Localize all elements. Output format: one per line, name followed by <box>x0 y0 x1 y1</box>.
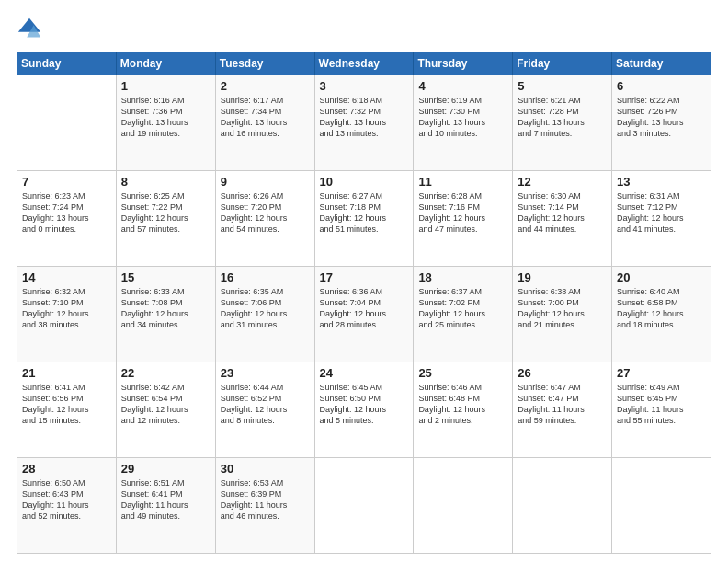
week-row-5: 28Sunrise: 6:50 AM Sunset: 6:43 PM Dayli… <box>17 458 711 554</box>
day-info: Sunrise: 6:23 AM Sunset: 7:24 PM Dayligh… <box>22 190 111 236</box>
calendar-cell: 30Sunrise: 6:53 AM Sunset: 6:39 PM Dayli… <box>215 458 314 554</box>
calendar-cell <box>314 458 414 554</box>
week-row-3: 14Sunrise: 6:32 AM Sunset: 7:10 PM Dayli… <box>17 267 711 362</box>
day-header-thursday: Thursday <box>414 52 513 75</box>
calendar-cell <box>414 458 513 554</box>
calendar-cell <box>612 458 711 554</box>
day-info: Sunrise: 6:19 AM Sunset: 7:30 PM Dayligh… <box>418 95 507 140</box>
calendar-cell: 10Sunrise: 6:27 AM Sunset: 7:18 PM Dayli… <box>314 171 414 267</box>
day-info: Sunrise: 6:30 AM Sunset: 7:14 PM Dayligh… <box>518 190 607 236</box>
day-header-monday: Monday <box>116 52 215 75</box>
day-number: 10 <box>320 175 409 189</box>
calendar-cell: 28Sunrise: 6:50 AM Sunset: 6:43 PM Dayli… <box>17 458 117 554</box>
day-number: 27 <box>617 366 706 380</box>
day-info: Sunrise: 6:51 AM Sunset: 6:41 PM Dayligh… <box>121 477 210 523</box>
days-of-week-row: SundayMondayTuesdayWednesdayThursdayFrid… <box>17 52 711 75</box>
day-number: 24 <box>320 366 409 380</box>
day-info: Sunrise: 6:21 AM Sunset: 7:28 PM Dayligh… <box>518 95 607 140</box>
week-row-2: 7Sunrise: 6:23 AM Sunset: 7:24 PM Daylig… <box>17 171 711 267</box>
day-info: Sunrise: 6:35 AM Sunset: 7:06 PM Dayligh… <box>221 286 310 331</box>
day-number: 13 <box>617 175 706 189</box>
calendar-cell: 26Sunrise: 6:47 AM Sunset: 6:47 PM Dayli… <box>513 362 612 458</box>
day-info: Sunrise: 6:31 AM Sunset: 7:12 PM Dayligh… <box>617 190 706 236</box>
calendar-cell: 27Sunrise: 6:49 AM Sunset: 6:45 PM Dayli… <box>612 362 711 458</box>
day-number: 18 <box>418 270 507 284</box>
day-number: 2 <box>221 79 310 93</box>
svg-marker-0 <box>18 18 40 32</box>
calendar-cell: 11Sunrise: 6:28 AM Sunset: 7:16 PM Dayli… <box>414 171 513 267</box>
day-number: 1 <box>121 79 210 93</box>
calendar-cell: 20Sunrise: 6:40 AM Sunset: 6:58 PM Dayli… <box>612 267 711 362</box>
day-header-tuesday: Tuesday <box>215 52 314 75</box>
day-number: 9 <box>221 175 310 189</box>
calendar-cell: 29Sunrise: 6:51 AM Sunset: 6:41 PM Dayli… <box>116 458 215 554</box>
day-number: 26 <box>518 366 607 380</box>
calendar-body: 1Sunrise: 6:16 AM Sunset: 7:36 PM Daylig… <box>17 75 711 554</box>
calendar-cell: 6Sunrise: 6:22 AM Sunset: 7:26 PM Daylig… <box>612 75 711 171</box>
calendar-cell: 17Sunrise: 6:36 AM Sunset: 7:04 PM Dayli… <box>314 267 414 362</box>
day-header-sunday: Sunday <box>17 52 117 75</box>
day-info: Sunrise: 6:16 AM Sunset: 7:36 PM Dayligh… <box>121 95 210 140</box>
day-info: Sunrise: 6:36 AM Sunset: 7:04 PM Dayligh… <box>320 286 409 331</box>
calendar-cell: 25Sunrise: 6:46 AM Sunset: 6:48 PM Dayli… <box>414 362 513 458</box>
calendar-cell: 24Sunrise: 6:45 AM Sunset: 6:50 PM Dayli… <box>314 362 414 458</box>
calendar-cell: 15Sunrise: 6:33 AM Sunset: 7:08 PM Dayli… <box>116 267 215 362</box>
calendar-cell: 1Sunrise: 6:16 AM Sunset: 7:36 PM Daylig… <box>116 75 215 171</box>
page: SundayMondayTuesdayWednesdayThursdayFrid… <box>0 0 728 563</box>
day-number: 20 <box>617 270 706 284</box>
calendar-cell: 12Sunrise: 6:30 AM Sunset: 7:14 PM Dayli… <box>513 171 612 267</box>
calendar-cell: 9Sunrise: 6:26 AM Sunset: 7:20 PM Daylig… <box>215 171 314 267</box>
day-info: Sunrise: 6:18 AM Sunset: 7:32 PM Dayligh… <box>320 95 409 140</box>
calendar-cell <box>17 75 117 171</box>
day-number: 17 <box>320 270 409 284</box>
day-header-saturday: Saturday <box>612 52 711 75</box>
day-info: Sunrise: 6:50 AM Sunset: 6:43 PM Dayligh… <box>22 477 111 523</box>
week-row-1: 1Sunrise: 6:16 AM Sunset: 7:36 PM Daylig… <box>17 75 711 171</box>
day-number: 5 <box>518 79 607 93</box>
day-header-friday: Friday <box>513 52 612 75</box>
logo <box>17 17 46 42</box>
day-number: 22 <box>121 366 210 380</box>
day-number: 28 <box>22 462 111 476</box>
calendar-cell: 16Sunrise: 6:35 AM Sunset: 7:06 PM Dayli… <box>215 267 314 362</box>
day-number: 15 <box>121 270 210 284</box>
calendar-cell: 7Sunrise: 6:23 AM Sunset: 7:24 PM Daylig… <box>17 171 117 267</box>
day-number: 14 <box>22 270 111 284</box>
calendar-cell: 19Sunrise: 6:38 AM Sunset: 7:00 PM Dayli… <box>513 267 612 362</box>
day-info: Sunrise: 6:41 AM Sunset: 6:56 PM Dayligh… <box>22 382 111 427</box>
day-number: 21 <box>22 366 111 380</box>
day-info: Sunrise: 6:32 AM Sunset: 7:10 PM Dayligh… <box>22 286 111 331</box>
day-number: 8 <box>121 175 210 189</box>
day-number: 3 <box>320 79 409 93</box>
day-number: 4 <box>418 79 507 93</box>
day-info: Sunrise: 6:22 AM Sunset: 7:26 PM Dayligh… <box>617 95 706 140</box>
day-info: Sunrise: 6:53 AM Sunset: 6:39 PM Dayligh… <box>221 477 310 523</box>
calendar-header: SundayMondayTuesdayWednesdayThursdayFrid… <box>17 52 711 75</box>
calendar-cell: 23Sunrise: 6:44 AM Sunset: 6:52 PM Dayli… <box>215 362 314 458</box>
day-info: Sunrise: 6:38 AM Sunset: 7:00 PM Dayligh… <box>518 286 607 331</box>
day-info: Sunrise: 6:46 AM Sunset: 6:48 PM Dayligh… <box>418 382 507 427</box>
day-number: 12 <box>518 175 607 189</box>
calendar-cell: 5Sunrise: 6:21 AM Sunset: 7:28 PM Daylig… <box>513 75 612 171</box>
day-number: 16 <box>221 270 310 284</box>
calendar-cell: 8Sunrise: 6:25 AM Sunset: 7:22 PM Daylig… <box>116 171 215 267</box>
week-row-4: 21Sunrise: 6:41 AM Sunset: 6:56 PM Dayli… <box>17 362 711 458</box>
day-info: Sunrise: 6:28 AM Sunset: 7:16 PM Dayligh… <box>418 190 507 236</box>
calendar-cell: 4Sunrise: 6:19 AM Sunset: 7:30 PM Daylig… <box>414 75 513 171</box>
calendar-cell: 21Sunrise: 6:41 AM Sunset: 6:56 PM Dayli… <box>17 362 117 458</box>
day-info: Sunrise: 6:42 AM Sunset: 6:54 PM Dayligh… <box>121 382 210 427</box>
day-info: Sunrise: 6:40 AM Sunset: 6:58 PM Dayligh… <box>617 286 706 331</box>
day-number: 29 <box>121 462 210 476</box>
day-number: 25 <box>418 366 507 380</box>
day-info: Sunrise: 6:17 AM Sunset: 7:34 PM Dayligh… <box>221 95 310 140</box>
day-info: Sunrise: 6:45 AM Sunset: 6:50 PM Dayligh… <box>320 382 409 427</box>
day-info: Sunrise: 6:49 AM Sunset: 6:45 PM Dayligh… <box>617 382 706 427</box>
day-info: Sunrise: 6:26 AM Sunset: 7:20 PM Dayligh… <box>221 190 310 236</box>
day-header-wednesday: Wednesday <box>314 52 414 75</box>
day-number: 23 <box>221 366 310 380</box>
header <box>17 17 711 42</box>
day-number: 19 <box>518 270 607 284</box>
day-info: Sunrise: 6:47 AM Sunset: 6:47 PM Dayligh… <box>518 382 607 427</box>
calendar-cell: 18Sunrise: 6:37 AM Sunset: 7:02 PM Dayli… <box>414 267 513 362</box>
day-number: 30 <box>221 462 310 476</box>
